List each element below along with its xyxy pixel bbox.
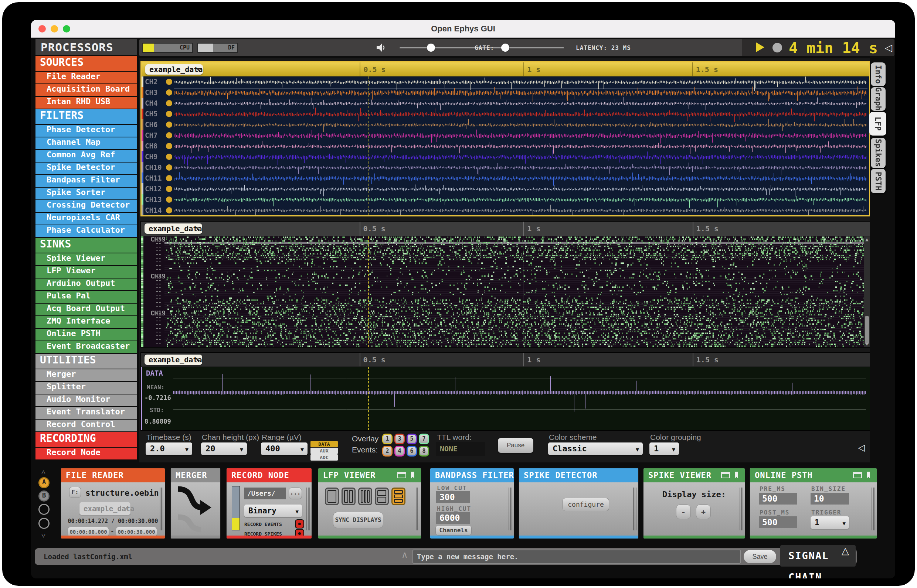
message-input[interactable] — [413, 549, 741, 564]
overlay-event-button-3[interactable]: 3 — [394, 434, 405, 444]
channel-enable-circle[interactable] — [166, 175, 172, 181]
processor-item-lfp-viewer[interactable]: LFP Viewer — [36, 266, 137, 278]
low-cut-field[interactable]: 300 — [436, 491, 470, 503]
processor-item-record-control[interactable]: Record Control — [36, 420, 137, 432]
raster-canvas[interactable] — [141, 236, 870, 347]
browse-path-button[interactable]: ... — [289, 488, 302, 499]
processor-item-common-avg-ref[interactable]: Common Avg Ref — [36, 150, 137, 163]
continuous-data-panel[interactable]: example_data ▼ 0.5 s1 s1.5 s DATA MEAN: … — [141, 352, 870, 431]
post-ms-field[interactable]: 500 — [759, 516, 797, 528]
processor-item-channel-map[interactable]: Channel Map — [36, 137, 137, 150]
collapse-toolbar-button[interactable]: ◁ — [885, 42, 892, 53]
channel-label-ch2[interactable]: CH2 — [145, 78, 157, 86]
channel-enable-circle[interactable] — [166, 186, 172, 192]
processor-item-intan-rhd-usb[interactable]: Intan RHD USB — [36, 97, 137, 109]
drag-handle[interactable] — [740, 488, 743, 530]
display-size-increase-button[interactable]: + — [696, 504, 711, 519]
tab-psth[interactable]: PSTH — [871, 169, 886, 193]
file-stream-dropdown[interactable]: example_data▼ — [79, 502, 130, 515]
sync-displays-button[interactable]: SYNC DISPLAYS — [333, 512, 383, 528]
play-button[interactable] — [756, 42, 764, 52]
processor-item-phase-calculator[interactable]: Phase Calculator — [36, 225, 137, 238]
lfp-source-dropdown[interactable]: example_data ▼ — [145, 64, 203, 74]
processor-item-neuropixels-car[interactable]: Neuropixels CAR — [36, 213, 137, 225]
processor-online-psth[interactable]: ONLINE PSTH PRE_MS 500 BIN_SIZE 10 POST_… — [750, 468, 877, 538]
processor-spike-detector[interactable]: SPIKE DETECTOR configure — [519, 468, 638, 538]
processor-item-zmq-interface[interactable]: ZMQ Interface — [36, 316, 137, 329]
processor-record-node[interactable]: RECORD NODE /Users/ ... Binary▼ RECORD E… — [227, 468, 311, 538]
drag-handle[interactable] — [416, 488, 419, 530]
drag-handle[interactable] — [306, 488, 310, 530]
chain-scroll-down-icon[interactable]: ▽ — [41, 531, 45, 539]
signal-chain-toggle[interactable]: SIGNAL CHAIN △ — [780, 545, 855, 567]
processor-item-record-node[interactable]: Record Node — [36, 447, 137, 460]
channel-enable-circle[interactable] — [166, 132, 172, 139]
channel-label-ch14[interactable]: CH14 — [145, 206, 162, 214]
overlay-event-button-2[interactable]: 2 — [382, 446, 392, 457]
channel-enable-circle[interactable] — [166, 197, 172, 203]
color-scheme-dropdown[interactable]: Classic▼ — [548, 443, 643, 455]
configure-button[interactable]: configure — [562, 498, 609, 511]
save-message-button[interactable]: Save — [744, 550, 776, 563]
processor-lfp-viewer[interactable]: LFP VIEWER SYNC DISPLAYS — [318, 468, 421, 538]
layout-3-row-button[interactable] — [391, 488, 405, 505]
tab-graph[interactable]: Graph — [871, 87, 886, 111]
data-display-body[interactable]: DATA MEAN: -0.7216 STD: 8.80809 — [141, 367, 870, 430]
color-grouping-dropdown[interactable]: 1▼ — [650, 443, 679, 455]
processor-item-event-broadcaster[interactable]: Event Broadcaster — [36, 341, 137, 354]
drag-handle[interactable] — [872, 488, 875, 530]
channel-enable-circle[interactable] — [166, 153, 172, 160]
drag-handle[interactable] — [509, 488, 512, 530]
processor-item-online-psth[interactable]: Online PSTH — [36, 329, 137, 341]
processor-item-spike-sorter[interactable]: Spike Sorter — [36, 187, 137, 200]
channel-label-ch8[interactable]: CH8 — [145, 142, 157, 150]
layout-3-column-button[interactable] — [358, 488, 372, 505]
processor-item-splitter[interactable]: Splitter — [36, 382, 137, 394]
processor-item-bandpass-filter[interactable]: Bandpass Filter — [36, 175, 137, 187]
processor-item-merger[interactable]: Merger — [36, 369, 137, 382]
signal-chain-slot-empty-1[interactable] — [39, 504, 50, 515]
data-source-dropdown[interactable]: example_data ▼ — [144, 355, 202, 365]
signal-chain-slot-empty-2[interactable] — [39, 518, 50, 529]
chevron-up-icon[interactable]: ∧ — [402, 549, 408, 560]
lfp-display-panel[interactable]: example_data ▼ 0.5 s1 s1.5 s CH2CH3CH4CH… — [141, 61, 870, 216]
chain-scroll-up-icon[interactable]: △ — [41, 468, 45, 475]
channel-label-ch4[interactable]: CH4 — [145, 99, 157, 107]
channel-enable-circle[interactable] — [166, 121, 172, 128]
gate-slider-knob[interactable] — [501, 44, 509, 52]
tab-info[interactable]: Info — [871, 62, 886, 86]
drag-handle[interactable] — [633, 488, 637, 530]
channel-label-ch10[interactable]: CH10 — [145, 163, 162, 171]
processor-merger[interactable]: MERGER — [171, 468, 220, 538]
processor-item-acq-board-output[interactable]: Acq Board Output — [36, 304, 137, 316]
overlay-event-button-8[interactable]: 8 — [419, 446, 429, 457]
tab-lfp[interactable]: LFP — [869, 112, 886, 136]
overlay-event-button-7[interactable]: 7 — [419, 434, 429, 444]
record-events-toggle[interactable] — [295, 519, 304, 528]
record-path-field[interactable]: /Users/ — [244, 488, 286, 499]
bin-size-field[interactable]: 10 — [810, 493, 849, 504]
timebase-dropdown[interactable]: 2.0▼ — [146, 443, 192, 455]
section-recording[interactable]: RECORDING — [36, 432, 137, 447]
processor-file-reader[interactable]: FILE READER F: structure.oebin example_d… — [61, 468, 165, 538]
stream-button-adc[interactable]: ADC — [311, 454, 338, 460]
volume-slider-knob[interactable] — [427, 44, 435, 52]
processor-item-arduino-output[interactable]: Arduino Output — [36, 278, 137, 291]
stream-button-aux[interactable]: AUX — [311, 447, 338, 454]
tab-spikes[interactable]: Spikes — [871, 138, 886, 168]
open-window-icon[interactable] — [397, 472, 406, 478]
raster-display-body[interactable]: CH59CH39CH19----------------------------… — [141, 236, 870, 347]
channel-enable-circle[interactable] — [166, 207, 172, 213]
pause-button[interactable]: Pause — [498, 438, 533, 453]
overlay-event-button-6[interactable]: 6 — [407, 446, 417, 457]
open-window-icon[interactable] — [721, 472, 730, 478]
range-dropdown[interactable]: 400▼ — [261, 443, 308, 455]
channel-label-ch12[interactable]: CH12 — [145, 185, 162, 193]
trigger-dropdown[interactable]: 1▼ — [810, 516, 849, 529]
layout-2-row-button[interactable] — [375, 488, 389, 505]
channel-label-ch11[interactable]: CH11 — [145, 174, 162, 182]
processor-item-acquisition-board[interactable]: Acquisition Board — [36, 84, 137, 97]
open-window-icon[interactable] — [853, 472, 862, 478]
raster-scrollbar-thumb[interactable] — [865, 316, 869, 344]
signal-chain-slot-a[interactable]: A — [39, 477, 50, 488]
